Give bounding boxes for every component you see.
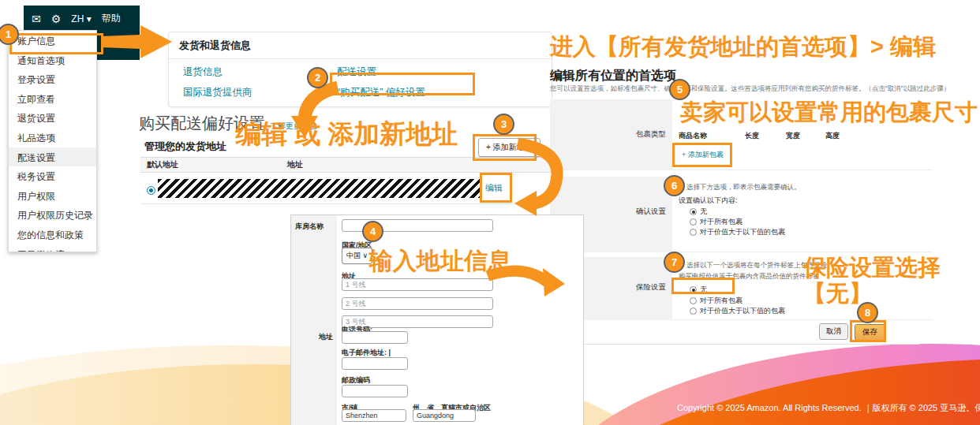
mail-icon[interactable]: ✉ bbox=[32, 13, 41, 24]
menu-item-user-permissions[interactable]: 用户权限 bbox=[9, 186, 96, 206]
panel-divider bbox=[550, 344, 919, 345]
step-badge-6: 6 bbox=[664, 175, 685, 196]
menu-item-return-settings[interactable]: 退货设置 bbox=[9, 108, 96, 128]
warehouse-name-label: 库房名称 bbox=[295, 222, 324, 232]
settings-dropdown-menu: 账户信息 通知首选项 登录设置 立即查看 退货设置 礼品选项 配送设置 税务设置… bbox=[8, 30, 97, 252]
confirm-option-threshold[interactable]: 对于价值大于以下值的包裹 bbox=[690, 227, 785, 237]
menu-item-view-now[interactable]: 立即查看 bbox=[9, 89, 96, 109]
col-height: 高度 bbox=[825, 131, 840, 141]
cancel-button[interactable]: 取消 bbox=[819, 323, 848, 340]
prefs-title: 编辑所有位置的首选项 bbox=[550, 68, 676, 84]
panel-title: 发货和退货信息 bbox=[169, 32, 552, 59]
radio-icon bbox=[690, 308, 697, 315]
shipping-returns-panel: 发货和退货信息 退货信息 国际退货提供商 配送设置 “购买配送” 偏好设置 bbox=[168, 32, 552, 107]
step-badge-3: 3 bbox=[493, 114, 514, 135]
insurance-option-threshold[interactable]: 对于价值大于以下值的包裹 bbox=[690, 306, 785, 316]
confirmation-row: 确认设置 选择下方选项，即表示包裹需要确认。 设置确认以下内容: 无 对于所有包… bbox=[550, 177, 933, 252]
language-selector[interactable]: ZH ▾ bbox=[71, 13, 91, 24]
radio-icon bbox=[690, 297, 697, 304]
confirm-option-none[interactable]: 无 bbox=[690, 207, 707, 217]
radio-icon bbox=[690, 218, 697, 226]
arrow-add-to-edit bbox=[511, 136, 568, 218]
confirmation-line2: 设置确认以下内容: bbox=[679, 196, 738, 206]
menu-item-your-info-policies[interactable]: 您的信息和政策 bbox=[9, 225, 96, 244]
column-address: 地址 bbox=[287, 159, 303, 170]
step-badge-5: 5 bbox=[669, 79, 690, 100]
menu-item-gift-options[interactable]: 礼品选项 bbox=[9, 128, 96, 147]
address-line1-input[interactable] bbox=[342, 278, 493, 291]
menu-item-login-settings[interactable]: 登录设置 bbox=[9, 69, 96, 89]
highlight-save-button bbox=[850, 320, 886, 342]
insurance-option-all[interactable]: 对于所有包裹 bbox=[690, 296, 742, 306]
col-width: 宽度 bbox=[786, 131, 825, 141]
email-input[interactable] bbox=[342, 357, 408, 370]
package-type-label: 包裹类型 bbox=[550, 99, 672, 170]
menu-item-shipping-settings[interactable]: 配送设置 bbox=[9, 147, 96, 167]
zip-input[interactable] bbox=[342, 385, 408, 397]
col-length: 长度 bbox=[745, 131, 786, 141]
step-badge-8: 8 bbox=[857, 302, 878, 323]
column-default-address: 默认地址 bbox=[147, 159, 287, 170]
radio-icon bbox=[690, 229, 697, 236]
gear-icon[interactable]: ⚙ bbox=[51, 13, 62, 24]
caret-down-icon: ▾ bbox=[87, 13, 92, 24]
city-input[interactable] bbox=[342, 409, 406, 422]
prefs-subtitle: 您可以设置首选项，如标准包裹尺寸、确认设置和保险设置。这些首选项将应用到所有您购… bbox=[550, 84, 921, 94]
help-link[interactable]: 帮助 bbox=[102, 12, 121, 25]
step-badge-4: 4 bbox=[362, 221, 383, 242]
address-section-label: 地址 bbox=[319, 332, 333, 342]
menu-item-clipped[interactable]: 亚马逊物流 bbox=[9, 244, 96, 252]
country-select[interactable]: 中国 ∨ bbox=[342, 248, 372, 264]
redacted-address bbox=[158, 179, 480, 198]
menu-item-tax-settings[interactable]: 税务设置 bbox=[9, 166, 96, 186]
annotation-top-right: 进入【所有发货地址的首选项】> 编辑 bbox=[550, 32, 936, 63]
address-line2-input[interactable] bbox=[342, 297, 493, 310]
highlight-insurance-none bbox=[671, 278, 735, 294]
annotation-edit-or-add: 编辑 或 添加新地址 bbox=[235, 117, 458, 152]
highlight-account-info bbox=[9, 33, 103, 54]
radio-selected-icon bbox=[690, 208, 697, 215]
highlight-edit-link bbox=[480, 173, 512, 203]
col-product-name: 商品名称 bbox=[679, 131, 745, 141]
highlight-buy-shipping-link bbox=[330, 73, 475, 95]
chevron-down-icon: ∨ bbox=[363, 252, 368, 259]
menu-item-user-permissions-history[interactable]: 用户权限历史记录 bbox=[9, 205, 96, 225]
confirmation-line1: 选择下方选项，即表示包裹需要确认。 bbox=[686, 183, 801, 192]
annotation-input-address: 输入地址信息 bbox=[369, 245, 511, 278]
phone-input[interactable] bbox=[342, 331, 408, 344]
confirmation-content: 选择下方选项，即表示包裹需要确认。 设置确认以下内容: 无 对于所有包裹 对于价… bbox=[672, 177, 933, 252]
tutorial-screenshot: ✉ ⚙ ZH ▾ 帮助 账户信息 通知首选项 登录设置 立即查看 退货设置 礼品… bbox=[0, 0, 980, 425]
highlight-add-package-link bbox=[672, 143, 732, 167]
step-badge-7: 7 bbox=[664, 252, 685, 273]
confirm-option-all[interactable]: 对于所有包裹 bbox=[690, 217, 742, 227]
step-badge-2: 2 bbox=[307, 67, 328, 88]
annotation-package-size: 卖家可以设置常用的包裹尺寸 bbox=[680, 97, 978, 129]
arrow-account-to-panel bbox=[101, 25, 172, 60]
state-input[interactable] bbox=[413, 409, 476, 422]
copyright-text: Copyright © 2025 Amazon. All Rights Rese… bbox=[677, 402, 980, 414]
manage-addresses-title: 管理您的发货地址 bbox=[144, 140, 226, 154]
form-label-column: 库房名称 地址 bbox=[291, 215, 337, 425]
